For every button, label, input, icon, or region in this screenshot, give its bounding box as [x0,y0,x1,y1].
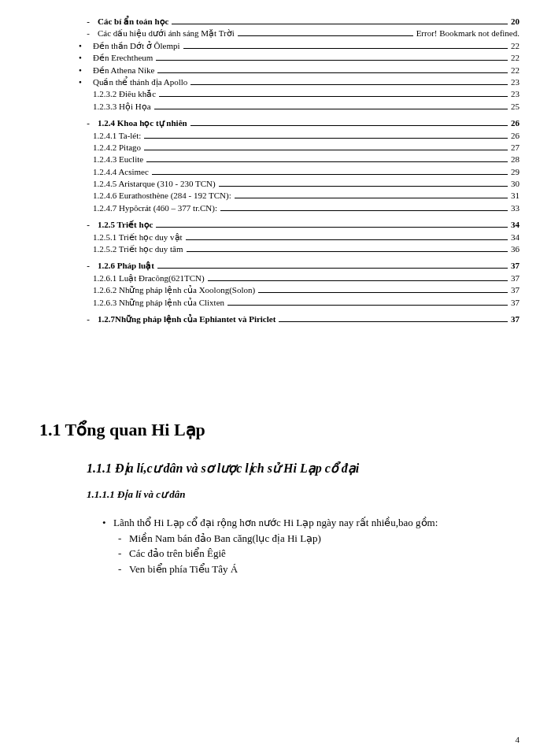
toc-page: 25 [511,101,520,113]
toc-label: 1.2.4 Khoa học tự nhiên [98,117,187,129]
bullet-disc-icon: • [79,40,93,52]
toc-page: 37 [511,313,520,325]
toc-page: 31 [511,190,520,202]
toc-leader [190,125,508,126]
toc-label: 1.2.3.3 Hội Họa [93,101,151,113]
toc-leader [156,60,508,61]
toc-label: 1.2.6 Pháp luật [98,260,154,272]
toc-leader [152,174,508,175]
toc-entry: -1.2.5 Triết học34 [47,219,520,231]
bullet-disc-icon: • [79,76,93,88]
toc-label: 1.2.7Những pháp lệnh của Ephiantet và Pi… [98,313,276,325]
toc-entry: 1.2.6.2 Những pháp lệnh của Xoolong(Solo… [47,284,520,296]
toc-page: 23 [511,76,520,88]
toc-page: 22 [511,65,520,76]
toc-leader [157,72,508,73]
toc-entry: 1.2.3.3 Hội Họa25 [47,101,520,113]
toc-label: Quần thể thánh địa Apollo [93,76,187,88]
heading-2: 1.1.1 Địa lí,cư dân và sơ lược lịch sử H… [87,461,520,476]
list-item: -Ven biển phía Tiểu Tây Á [118,561,520,577]
toc-entry: 1.2.5.2 Triết học duy tâm36 [47,243,520,255]
toc-entry: 1.2.5.1 Triết học duy vật34 [47,232,520,243]
toc-entry: 1.2.4.1 Ta-lét:26 [47,130,520,142]
toc-page: 34 [511,219,520,231]
list-item-text: Miền Nam bán đảo Ban căng(lục địa Hi Lạp… [129,531,321,547]
toc-entry: -Các dấu hiệu dưới ánh sáng Mặt TrờiErro… [47,28,520,39]
dash-icon: - [79,117,98,129]
toc-label: 1.2.4.7 Hypôcrát (460 – 377 tr.CN): [93,202,217,214]
list-item: -Miền Nam bán đảo Ban căng(lục địa Hi Lạ… [118,531,520,547]
dash-icon: - [118,561,129,577]
toc-page: Error! Bookmark not defined. [416,28,520,39]
toc-page: 37 [511,284,520,296]
dash-icon: - [79,16,98,28]
toc-entry: •Đền Erechtheum22 [47,52,520,64]
page-number: 4 [516,735,520,744]
dash-icon: - [79,28,98,39]
toc-entry: •Đền Athena Nike22 [47,65,520,76]
toc-leader [156,227,508,228]
toc-label: 1.2.4.1 Ta-lét: [93,130,141,142]
list-item: • Lãnh thổ Hi Lạp cổ đại rộng hơn nước H… [102,515,520,531]
toc-page: 22 [511,40,520,52]
toc-leader [172,24,508,24]
toc-label: Đền Erechtheum [93,52,153,64]
toc-label: Đền Athena Nike [93,65,154,76]
toc-entry: 1.2.6.3 Những pháp lệnh của Clixten37 [47,297,520,309]
bullet-disc-icon: • [79,52,93,64]
toc-label: 1.2.6.1 Luật Đracông(621TCN) [93,272,205,284]
toc-label: Đền thần Dớt ở Ôlempi [93,40,180,52]
toc-entry: -1.2.4 Khoa học tự nhiên26 [47,117,520,129]
toc-page: 37 [511,297,520,309]
content-section: 1.1 Tổng quan Hi Lạp 1.1.1 Địa lí,cư dân… [31,420,520,576]
dash-icon: - [79,313,98,325]
dash-icon: - [79,219,98,231]
toc-leader [190,84,508,85]
toc-page: 30 [511,178,520,190]
toc-label: 1.2.4.6 Eurathosthène (284 - 192 TCN): [93,190,231,202]
dash-icon: - [118,531,129,547]
toc-leader [220,210,508,211]
toc-label: 1.2.5.1 Triết học duy vật [93,232,183,243]
toc-leader [227,305,508,306]
toc-leader [186,239,508,240]
toc-entry: 1.2.4.2 Pitago27 [47,142,520,154]
heading-1: 1.1 Tổng quan Hi Lạp [39,420,520,440]
toc-page: 36 [511,243,520,255]
toc-entry: -Các bí ẩn toán học20 [47,16,520,28]
dash-icon: - [79,260,98,272]
toc-leader [279,321,508,322]
toc-entry: 1.2.6.1 Luật Đracông(621TCN)37 [47,272,520,284]
toc-leader [159,96,508,97]
toc-entry: •Đền thần Dớt ở Ôlempi22 [47,40,520,52]
toc-leader [219,186,508,187]
toc-page: 37 [511,260,520,272]
toc-page: 29 [511,166,520,178]
toc-entry: -1.2.7Những pháp lệnh của Ephiantet và P… [47,313,520,325]
bullet-disc-icon: • [102,515,113,531]
toc-page: 27 [511,142,520,154]
toc-leader [144,150,508,150]
toc-label: 1.2.4.3 Euclite [93,154,143,165]
toc-page: 22 [511,52,520,64]
toc-page: 33 [511,202,520,214]
toc-leader [146,161,508,162]
toc-page: 37 [511,272,520,284]
toc-leader [183,48,508,49]
toc-entry: 1.2.3.2 Điêu khắc23 [47,88,520,100]
toc-label: Các dấu hiệu dưới ánh sáng Mặt Trời [98,28,235,39]
toc-label: Các bí ẩn toán học [98,16,168,28]
bullet-disc-icon: • [79,65,93,76]
heading-3: 1.1.1.1 Địa lí và cư dân [87,488,520,501]
toc-entry: -1.2.6 Pháp luật37 [47,260,520,272]
toc-leader [258,292,508,293]
toc-leader [157,268,508,269]
toc-leader [235,198,508,198]
toc-page: 23 [511,88,520,100]
toc-page: 34 [511,232,520,243]
toc-entry: 1.2.4.7 Hypôcrát (460 – 377 tr.CN):33 [47,202,520,214]
toc-label: 1.2.6.2 Những pháp lệnh của Xoolong(Solo… [93,284,255,296]
body-list: • Lãnh thổ Hi Lạp cổ đại rộng hơn nước H… [102,515,520,576]
toc-leader [238,35,413,36]
toc-entry: 1.2.4.4 Acsimec29 [47,166,520,178]
